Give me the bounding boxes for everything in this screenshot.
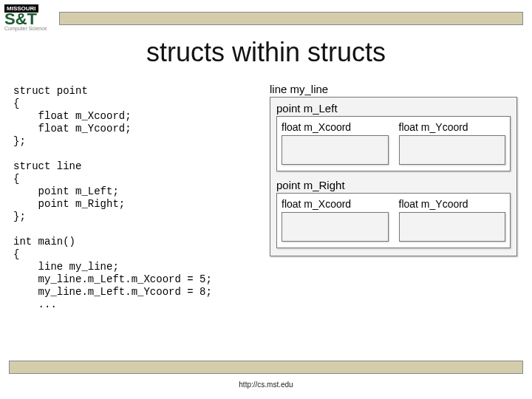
- right-y-label: float m_Ycoord: [399, 198, 506, 210]
- footer-url: http://cs.mst.edu: [0, 381, 532, 389]
- right-x-value-box: [282, 212, 389, 242]
- left-y-label: float m_Ycoord: [399, 121, 506, 133]
- logo: MISSOURI S&T Computer Science: [4, 4, 55, 41]
- left-struct-box: float m_Xcoord float m_Ycoord: [276, 116, 511, 171]
- outer-struct-box: point m_Left float m_Xcoord float m_Ycoo…: [270, 97, 517, 256]
- right-y-value-box: [399, 212, 506, 242]
- left-x-value-box: [282, 135, 389, 165]
- right-x-label: float m_Xcoord: [282, 198, 389, 210]
- logo-subtitle: Computer Science: [4, 26, 47, 31]
- right-struct-label: point m_Right: [276, 179, 511, 191]
- outer-struct-label: line my_line: [270, 83, 517, 95]
- memory-diagram: line my_line point m_Left float m_Xcoord…: [270, 83, 517, 256]
- right-struct-box: float m_Xcoord float m_Ycoord: [276, 193, 511, 248]
- left-y-value-box: [399, 135, 506, 165]
- code-block: struct point { float m_Xcoord; float m_Y…: [13, 85, 257, 311]
- left-x-label: float m_Xcoord: [282, 121, 389, 133]
- slide-title: structs within structs: [0, 37, 532, 68]
- decorative-bottom-bar: [9, 361, 523, 374]
- left-struct-label: point m_Left: [276, 102, 511, 115]
- decorative-top-bar: [59, 12, 523, 25]
